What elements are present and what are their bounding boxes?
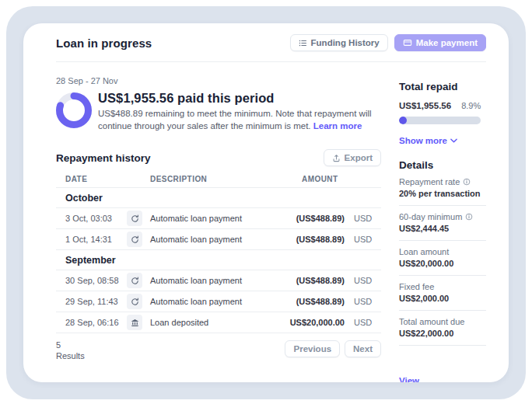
make-payment-label: Make payment bbox=[416, 38, 478, 47]
total-repaid-title: Total repaid bbox=[399, 81, 486, 92]
table-header-row: Date Description Amount bbox=[56, 171, 381, 188]
detail-60-day-minimum: 60-day minimum US$2,444.45 bbox=[399, 206, 486, 241]
period-stat: US$1,955.56 paid this period US$488.89 r… bbox=[56, 91, 381, 132]
repaid-progress-fill bbox=[399, 117, 407, 124]
table-row[interactable]: 29 Sep, 11:43 Automatic loan payment (US… bbox=[56, 291, 381, 312]
repayment-donut-chart bbox=[56, 92, 92, 128]
month-group-header: October bbox=[56, 188, 381, 208]
funding-history-button[interactable]: Funding History bbox=[290, 34, 388, 51]
make-payment-button[interactable]: Make payment bbox=[394, 34, 486, 51]
detail-fixed-fee: Fixed fee US$2,000.00 bbox=[399, 276, 486, 311]
info-icon[interactable] bbox=[465, 213, 473, 221]
pagination: Previous Next bbox=[285, 340, 381, 357]
table-row[interactable]: 1 Oct, 14:31 Automatic loan payment (US$… bbox=[56, 229, 381, 250]
learn-more-link[interactable]: Learn more bbox=[313, 121, 362, 131]
table-row[interactable]: 30 Sep, 08:58 Automatic loan payment (US… bbox=[56, 270, 381, 291]
period-date-range: 28 Sep - 27 Nov bbox=[56, 76, 381, 85]
paid-this-period-headline: US$1,955.56 paid this period bbox=[98, 91, 381, 106]
header-actions: Funding History Make payment bbox=[290, 34, 486, 51]
detail-loan-amount: Loan amount US$20,000.00 bbox=[399, 241, 486, 276]
export-label: Export bbox=[345, 153, 373, 162]
refresh-icon bbox=[127, 232, 142, 247]
table-row[interactable]: 28 Sep, 06:16 Loan deposited US$20,000.0… bbox=[56, 312, 381, 333]
chevron-down-icon bbox=[450, 138, 457, 143]
export-icon bbox=[332, 154, 341, 162]
column-header-date: Date bbox=[65, 175, 150, 183]
refresh-icon bbox=[127, 273, 142, 288]
list-icon bbox=[299, 39, 307, 47]
results-count: 5 Results bbox=[56, 340, 85, 362]
repayment-history-title: Repayment history bbox=[56, 152, 151, 164]
card-header: Loan in progress Funding History Make pa… bbox=[56, 34, 486, 62]
details-title: Details bbox=[399, 159, 486, 171]
repayment-history-table: Date Description Amount October 3 Oct, 0… bbox=[56, 171, 381, 333]
detail-repayment-rate: Repayment rate 20% per transaction bbox=[399, 171, 486, 206]
total-repaid-amount: US$1,955.56 bbox=[399, 101, 451, 110]
column-header-description: Description bbox=[150, 175, 302, 183]
app-frame: Loan in progress Funding History Make pa… bbox=[6, 6, 526, 399]
detail-total-amount-due: Total amount due US$22,000.00 bbox=[399, 311, 486, 346]
funding-history-label: Funding History bbox=[311, 38, 380, 47]
next-button[interactable]: Next bbox=[345, 340, 381, 357]
card-icon bbox=[403, 38, 412, 47]
previous-button[interactable]: Previous bbox=[285, 340, 340, 357]
view-payment-periods-link[interactable]: View payment periods → bbox=[399, 375, 486, 382]
repaid-progress-bar bbox=[399, 117, 481, 124]
sidebar: Total repaid US$1,955.56 8.9% Show more … bbox=[399, 62, 486, 382]
page-title: Loan in progress bbox=[56, 37, 152, 50]
table-row[interactable]: 3 Oct, 03:03 Automatic loan payment (US$… bbox=[56, 208, 381, 229]
month-group-header: September bbox=[56, 250, 381, 270]
loan-card: Loan in progress Funding History Make pa… bbox=[23, 23, 509, 382]
bank-icon bbox=[127, 315, 142, 330]
card-body: 28 Sep - 27 Nov US$1,955.56 paid this pe… bbox=[56, 62, 486, 382]
refresh-icon bbox=[127, 294, 142, 309]
refresh-icon bbox=[127, 211, 142, 226]
total-repaid-percent: 8.9% bbox=[461, 101, 481, 110]
info-icon[interactable] bbox=[463, 178, 471, 186]
column-header-amount: Amount bbox=[302, 175, 372, 183]
show-more-link[interactable]: Show more bbox=[399, 136, 457, 145]
main-column: 28 Sep - 27 Nov US$1,955.56 paid this pe… bbox=[56, 62, 381, 382]
export-button[interactable]: Export bbox=[324, 149, 381, 166]
period-subtext: US$488.89 remaining to meet the minimum.… bbox=[98, 108, 381, 132]
